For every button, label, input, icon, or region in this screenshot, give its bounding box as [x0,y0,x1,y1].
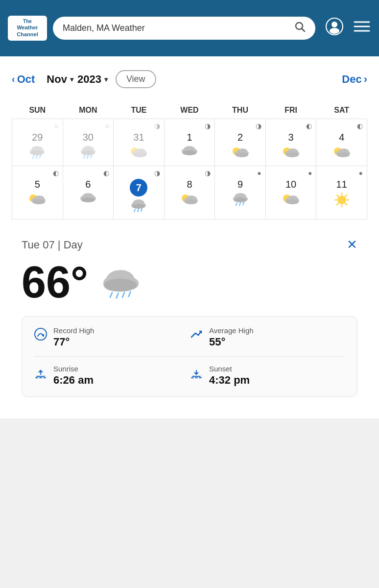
detail-header: Tue 07 | Day ✕ [22,237,357,252]
table-row[interactable]: ●9 [215,166,266,220]
svg-point-70 [234,197,247,202]
month-navigation: ‹ Oct Nov ▾ 2023 ▾ View Dec › [12,66,367,92]
temperature-row: 66° [22,260,357,304]
table-row[interactable]: ●11 [316,166,367,220]
hamburger-menu-icon[interactable] [353,17,371,39]
svg-line-71 [236,203,237,205]
svg-line-92 [110,293,112,297]
day-detail-panel: Tue 07 | Day ✕ 66° [12,229,367,409]
day-number: 30 [83,132,94,143]
svg-point-45 [337,152,350,157]
prev-month-label: Oct [17,73,35,86]
weather-icon [130,198,147,214]
sunrise-stat: Sunrise 6:26 am [34,365,190,387]
table-row[interactable]: ◐6 [63,166,114,220]
table-row[interactable]: ◐5 [12,166,63,220]
search-bar[interactable]: Malden, MA Weather [53,17,315,40]
search-icon [295,22,306,35]
svg-line-94 [122,293,124,297]
record-high-stat: Record High 77° [34,326,190,348]
table-row[interactable]: ◐4 [316,119,367,166]
svg-point-4 [330,28,339,34]
logo-line2: Weather [12,24,43,31]
table-row[interactable]: ○30 [63,119,114,166]
day-number: 2 [237,132,243,143]
avg-high-stat: Average High 55° [190,326,345,348]
header-icons [325,17,371,39]
moon-phase-icon: ◐ [12,169,59,177]
weekday-mon: MON [63,102,114,119]
svg-point-78 [286,199,299,204]
table-row[interactable]: ◑8 [164,166,215,220]
svg-line-95 [129,292,131,296]
sunset-label: Sunset [209,365,250,373]
current-month-label: Nov [47,73,67,86]
view-button[interactable]: View [116,70,156,88]
avg-high-value: 55° [209,336,254,348]
moon-phase-icon: ◑ [165,122,211,130]
table-row[interactable]: ◑7 [114,166,165,220]
sunrise-info: Sunrise 6:26 am [53,365,94,387]
moon-phase-icon: ◐ [266,122,312,130]
current-month-selector[interactable]: Nov ▾ [47,73,73,86]
weather-icon [181,192,198,208]
avg-high-info: Average High 55° [209,326,254,348]
user-icon[interactable] [325,17,344,39]
close-button[interactable]: ✕ [347,237,357,252]
table-row[interactable]: ◑2 [215,119,266,166]
table-row[interactable]: ○29 [12,119,63,166]
table-row[interactable]: ●10 [265,166,316,220]
avg-high-icon [190,327,203,344]
day-number: 29 [32,132,43,143]
svg-line-86 [345,195,347,196]
sunset-value: 4:32 pm [209,374,250,387]
table-row[interactable]: ◑1 [164,119,215,166]
weather-icon [282,192,300,208]
svg-line-14 [40,155,41,158]
svg-line-1 [302,28,305,31]
stats-row-sun: Sunrise 6:26 am [34,356,345,387]
day-number: 7 [130,179,147,196]
day-number: 4 [339,132,344,143]
weather-icon [80,145,96,161]
year-dropdown-icon: ▾ [104,75,108,83]
svg-line-72 [239,203,240,205]
record-high-value: 77° [53,336,94,348]
svg-line-93 [117,294,118,298]
day-number: 8 [187,179,192,190]
sunset-info: Sunset 4:32 pm [209,365,250,387]
year-selector[interactable]: 2023 ▾ [77,73,108,86]
svg-line-19 [84,156,85,158]
day-number: 9 [237,179,243,190]
weather-icon [181,145,198,158]
app-header: The Weather Channel Malden, MA Weather [0,0,379,56]
record-high-label: Record High [53,326,94,335]
svg-point-58 [132,204,145,209]
sunset-stat: Sunset 4:32 pm [190,365,345,387]
detail-date: Tue 07 | Day [22,239,83,251]
svg-point-40 [286,152,299,157]
year-label: 2023 [77,73,101,86]
prev-month-button[interactable]: ‹ Oct [12,73,35,86]
weekday-sun: SUN [12,102,63,119]
logo-line1: The [12,19,43,24]
moon-phase-icon: ◑ [165,169,211,177]
svg-point-35 [236,152,248,157]
next-month-button[interactable]: Dec › [342,73,367,86]
logo-line3: Channel [12,31,43,38]
moon-phase-icon: ◑ [215,122,261,130]
search-text: Malden, MA Weather [63,23,290,33]
day-number: 5 [35,179,40,190]
sunrise-value: 6:26 am [53,374,94,387]
weekday-tue: TUE [114,102,165,119]
day-number: 3 [288,132,294,143]
svg-line-12 [33,156,34,158]
svg-point-3 [332,22,337,27]
next-chevron-icon: › [364,73,367,86]
table-row[interactable]: ◐3 [265,119,316,166]
day-number: 1 [187,132,192,143]
svg-line-13 [36,156,37,158]
calendar-table: SUN MON TUE WED THU FRI SAT ○29 ○30 [12,102,367,220]
table-row[interactable]: ◑31 [114,119,165,166]
moon-phase-icon: ● [215,169,261,177]
